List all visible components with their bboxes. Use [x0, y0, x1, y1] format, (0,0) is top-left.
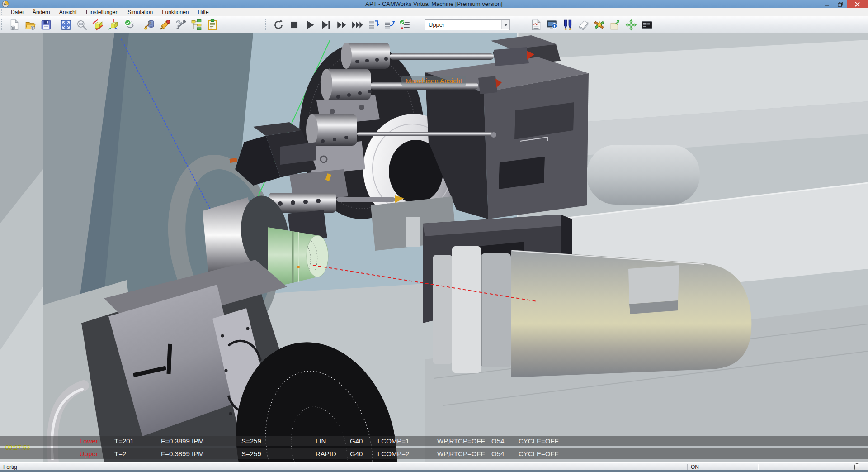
motion-mode: LIN	[316, 437, 326, 445]
menu-hilfe[interactable]: Hilfe	[193, 9, 213, 16]
comp-code: G40	[350, 450, 363, 458]
lcomp-value: LCOMP=2	[377, 450, 409, 458]
new-button[interactable]	[6, 18, 22, 32]
menu-aendern[interactable]: Ändern	[28, 9, 55, 16]
menu-einstellungen[interactable]: Einstellungen	[81, 9, 123, 16]
tailstock-upper-cylinder	[587, 145, 700, 205]
view-mode-label: Maschinen Ansicht	[401, 76, 466, 86]
channel-label: Upper	[80, 450, 98, 458]
stop-icon	[288, 19, 300, 31]
comp-code: G40	[350, 437, 363, 445]
machine-info-button[interactable]	[544, 18, 560, 32]
machine-scene	[0, 33, 868, 462]
verify-rotate-icon	[123, 19, 135, 31]
machine-build-icon	[143, 19, 155, 31]
menu-grip	[1, 9, 5, 15]
toolbar-grip	[420, 19, 423, 30]
process-check-button[interactable]	[397, 18, 413, 32]
stop-button[interactable]	[286, 18, 302, 32]
offset-value: O54	[491, 437, 504, 445]
tool-value: T=201	[114, 437, 134, 445]
edit-pencil-icon	[159, 19, 171, 31]
machine-build-button[interactable]	[141, 18, 157, 32]
collision-toggle-status: ON	[691, 464, 699, 470]
verify-rotate-button[interactable]	[121, 18, 137, 32]
close-button[interactable]	[847, 0, 868, 8]
zoom-icon	[76, 19, 88, 31]
run-to-line-button[interactable]	[381, 18, 397, 32]
menu-funktionen[interactable]: Funktionen	[157, 9, 193, 16]
machine-viewport[interactable]: Maschinen Ansicht	[0, 33, 868, 462]
tools-wrench-button[interactable]	[173, 18, 189, 32]
fast-forward-max-button[interactable]	[349, 18, 365, 32]
open-button[interactable]	[22, 18, 38, 32]
window-title: APT - CAMWorks Virtual Machine [Premium …	[0, 0, 868, 7]
report-doc-icon	[530, 19, 542, 31]
fast-forward-button[interactable]	[334, 18, 349, 32]
window-bottom-edge	[0, 470, 868, 472]
goto-line-icon	[368, 19, 379, 31]
close-icon	[855, 2, 860, 7]
turret-selector[interactable]: Upper	[425, 19, 510, 30]
play-icon	[304, 19, 316, 31]
toolbar-separator	[139, 19, 139, 31]
restore-icon	[838, 2, 843, 7]
statusbar-separator	[758, 464, 758, 470]
menu-ansicht[interactable]: Ansicht	[55, 9, 81, 16]
reset-button[interactable]	[270, 18, 286, 32]
export-icon	[609, 19, 621, 31]
menu-simulation[interactable]: Simulation	[123, 9, 157, 16]
probe-tools-button[interactable]	[560, 18, 576, 32]
isometric-view-icon	[108, 19, 119, 31]
lcomp-value: LCOMP=1	[377, 437, 409, 445]
status-row-upper: Upper T=2 F=0.3899 IPM S=259 RAPID G40 L…	[0, 448, 868, 459]
open-icon	[24, 19, 36, 31]
restore-button[interactable]	[834, 0, 847, 8]
reset-icon	[273, 19, 284, 31]
cycle-value: CYCLE=OFF	[519, 450, 559, 458]
play-to-end-button[interactable]	[318, 18, 334, 32]
report-doc-button[interactable]	[528, 18, 544, 32]
goto-line-button[interactable]	[365, 18, 381, 32]
zoom-extents-button[interactable]	[58, 18, 74, 32]
export-button[interactable]	[607, 18, 623, 32]
channel-label: Lower	[80, 437, 98, 445]
probe-tools-icon	[562, 19, 574, 31]
eraser-icon	[578, 19, 590, 31]
fast-forward-max-icon	[352, 19, 363, 31]
play-button[interactable]	[302, 18, 318, 32]
title-bar: APT - CAMWorks Virtual Machine [Premium …	[0, 0, 868, 8]
process-check-icon	[399, 19, 411, 31]
move-arrows-button[interactable]	[623, 18, 639, 32]
repair-tools-button[interactable]	[591, 18, 607, 32]
setup-report-button[interactable]	[204, 18, 220, 32]
isometric-view-button[interactable]	[105, 18, 121, 32]
tool-value: T=2	[114, 450, 126, 458]
minimize-button[interactable]	[821, 0, 834, 8]
section-view-icon	[92, 19, 104, 31]
eraser-button[interactable]	[576, 18, 591, 32]
menu-datei[interactable]: Datei	[6, 9, 28, 16]
motion-mode: RAPID	[316, 450, 336, 458]
cycle-value: CYCLE=OFF	[519, 437, 559, 445]
run-to-line-icon	[383, 19, 395, 31]
speed-slider[interactable]	[782, 463, 863, 470]
toolbar: Upper	[0, 16, 868, 34]
minimize-icon	[825, 2, 830, 6]
toolbar-separator	[56, 19, 56, 31]
speed-value: S=259	[241, 450, 261, 458]
statusbar-separator	[687, 464, 688, 470]
repair-tools-icon	[594, 19, 605, 31]
toolbar-grip	[265, 19, 268, 30]
turret-selector-value: Upper	[425, 21, 501, 28]
command-line-button[interactable]	[639, 18, 655, 32]
move-arrows-icon	[625, 19, 637, 31]
wp-rtcp-value: WP,RTCP=OFF	[437, 437, 485, 445]
save-button[interactable]	[38, 18, 54, 32]
section-view-button[interactable]	[90, 18, 105, 32]
zoom-button[interactable]	[74, 18, 90, 32]
slider-track	[782, 467, 857, 467]
machine-tree-button[interactable]	[189, 18, 204, 32]
chevron-down-icon[interactable]	[501, 20, 509, 29]
edit-pencil-button[interactable]	[157, 18, 173, 32]
